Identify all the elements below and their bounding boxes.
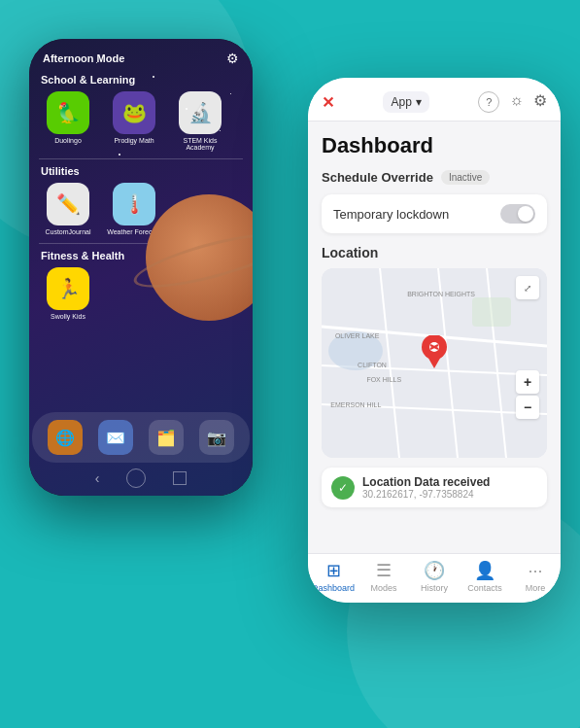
ios-screen: ✕ App ▾ ? ☼ ⚙ Dashboard Schedule Overrid…	[308, 78, 561, 603]
location-data-label: Location Data received	[362, 475, 490, 489]
contacts-nav-label: Contacts	[467, 583, 502, 593]
nav-modes[interactable]: ☰ Modes	[362, 560, 405, 593]
android-dock: 🌐 ✉️ 🗂️ 📷	[32, 412, 250, 463]
customj-icon: ✏️	[47, 183, 89, 225]
dock-files-icon[interactable]: 🗂️	[149, 420, 184, 455]
app-swolly[interactable]: 🏃 Swolly Kids	[39, 267, 97, 320]
duolingo-icon: 🦜	[47, 91, 89, 134]
more-nav-label: More	[526, 583, 546, 593]
swolly-label: Swolly Kids	[51, 313, 85, 320]
star	[119, 154, 120, 156]
expand-icon: ⤢	[524, 283, 531, 294]
more-nav-icon: ···	[528, 561, 542, 581]
brightness-icon[interactable]: ☼	[509, 91, 524, 113]
nav-recents-button[interactable]	[173, 471, 187, 485]
settings-icon[interactable]: ⚙	[533, 91, 547, 113]
dock-camera-icon[interactable]: 📷	[199, 420, 234, 455]
map-zoom-controls: + −	[516, 370, 539, 419]
map-bg: BRIGHTON HEIGHTS OLIVER LAKE CLIFTON FOX…	[322, 268, 547, 458]
school-app-grid: 🦜 Duolingo 🐸 Prodigy Math 🔬 STEM Kids Ac…	[39, 91, 243, 151]
ios-main-content: Dashboard Schedule Override Inactive Tem…	[308, 121, 561, 553]
nav-contacts[interactable]: 👤 Contacts	[463, 560, 506, 593]
map-zoom-in-button[interactable]: +	[516, 370, 539, 394]
contacts-nav-icon: 👤	[474, 560, 495, 581]
nav-more[interactable]: ··· More	[514, 561, 557, 593]
svg-rect-8	[472, 297, 511, 327]
app-selector[interactable]: App ▾	[383, 91, 428, 113]
map-label-foxhills: FOX HILLS	[366, 376, 401, 383]
app-customjournal[interactable]: ✏️ CustomJournal	[39, 183, 97, 235]
help-icon[interactable]: ?	[478, 91, 499, 113]
prodigy-label: Prodigy Math	[114, 137, 154, 144]
customj-label: CustomJournal	[45, 228, 90, 235]
modes-nav-label: Modes	[370, 583, 396, 593]
map-zoom-out-button[interactable]: −	[516, 396, 539, 419]
ios-logo: ✕	[322, 93, 334, 112]
duolingo-label: Duolingo	[54, 137, 82, 144]
app-duolingo[interactable]: 🦜 Duolingo	[39, 91, 97, 151]
location-check-icon: ✓	[331, 476, 355, 500]
map-expand-button[interactable]: ⤢	[516, 276, 539, 299]
school-section-label: School & Learning	[41, 74, 243, 86]
android-top-bar: Afternoon Mode ⚙	[39, 51, 243, 66]
nav-back-button[interactable]: ‹	[95, 470, 100, 486]
utilities-section-label: Utilities	[41, 165, 243, 177]
app-selector-label: App	[391, 95, 411, 109]
logo-x-icon: ✕	[322, 93, 334, 112]
svg-marker-10	[426, 355, 442, 368]
location-section-label: Location	[322, 245, 547, 260]
map-label-brighton: BRIGHTON HEIGHTS	[407, 291, 475, 297]
ios-bottom-nav: ⊞ Dashboard ☰ Modes 🕐 History 👤 Contacts…	[308, 553, 561, 603]
app-stem[interactable]: 🔬 STEM Kids Academy	[171, 91, 229, 151]
location-data-row: ✓ Location Data received 30.2162617, -97…	[322, 468, 547, 507]
mode-label: Afternoon Mode	[43, 52, 124, 64]
prodigy-icon: 🐸	[113, 91, 155, 134]
inactive-badge: Inactive	[441, 170, 490, 185]
ios-phone: ✕ App ▾ ? ☼ ⚙ Dashboard Schedule Overrid…	[308, 78, 561, 603]
android-nav-buttons: ‹	[95, 468, 188, 488]
modes-nav-icon: ☰	[376, 560, 392, 581]
android-phone: Afternoon Mode ⚙ School & Learning 🦜 Duo…	[29, 39, 253, 496]
ios-top-icons: ? ☼ ⚙	[478, 91, 547, 113]
schedule-override-row: Schedule Override Inactive	[322, 170, 547, 185]
divider-1	[39, 158, 243, 159]
app-prodigy[interactable]: 🐸 Prodigy Math	[105, 91, 163, 151]
lockdown-toggle[interactable]	[500, 204, 535, 224]
dashboard-title: Dashboard	[322, 133, 547, 158]
lockdown-row: Temporary lockdown	[322, 194, 547, 233]
dock-mail-icon[interactable]: ✉️	[98, 420, 133, 455]
dock-browser-icon[interactable]: 🌐	[48, 420, 83, 455]
ios-top-bar: ✕ App ▾ ? ☼ ⚙	[308, 78, 561, 121]
location-data-coords: 30.2162617, -97.7358824	[362, 489, 490, 500]
weather-icon: 🌡️	[113, 183, 155, 225]
nav-dashboard[interactable]: ⊞ Dashboard	[312, 560, 355, 593]
chevron-down-icon: ▾	[416, 95, 422, 109]
map-label-emerson: EMERSON HILL	[330, 401, 381, 408]
history-nav-icon: 🕐	[424, 560, 445, 581]
schedule-override-label: Schedule Override	[322, 170, 433, 185]
stem-icon: 🔬	[179, 91, 222, 134]
map-pin	[421, 335, 448, 372]
history-nav-label: History	[421, 583, 448, 593]
location-data-text: Location Data received 30.2162617, -97.7…	[362, 475, 490, 500]
android-gear-icon[interactable]: ⚙	[226, 51, 239, 66]
nav-history[interactable]: 🕐 History	[413, 560, 456, 593]
stem-label: STEM Kids Academy	[171, 137, 229, 151]
map-label-oliver: OLIVER LAKE	[335, 332, 380, 339]
map-container: BRIGHTON HEIGHTS OLIVER LAKE CLIFTON FOX…	[322, 268, 547, 458]
dashboard-nav-label: Dashboard	[312, 583, 355, 593]
map-label-clifton: CLIFTON	[358, 362, 387, 368]
swolly-icon: 🏃	[47, 267, 89, 310]
lockdown-label: Temporary lockdown	[333, 207, 449, 222]
dashboard-nav-icon: ⊞	[326, 560, 341, 581]
android-bottom-bar: 🌐 ✉️ 🗂️ 📷 ‹	[29, 412, 253, 488]
nav-home-button[interactable]	[126, 468, 146, 488]
